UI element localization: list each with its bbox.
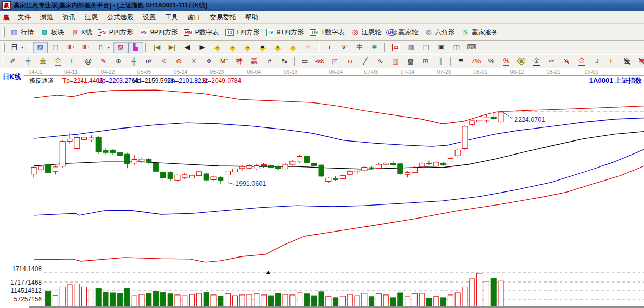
shen-angle-tool[interactable]: 神 — [635, 56, 644, 67]
gold-angle-tool[interactable]: 金 — [620, 56, 635, 67]
print-button[interactable]: ⌨ — [464, 42, 479, 53]
kline-chart[interactable]: 1714.140817177146811451431257257156 04-0… — [0, 68, 644, 308]
ruler-123-tool[interactable]: # — [262, 56, 277, 67]
compress-all-diamond[interactable]: ◆+ — [270, 42, 285, 53]
toolbar-grip[interactable] — [2, 43, 5, 51]
mirror-angle-tool[interactable]: ∢ — [156, 56, 171, 67]
profile-chart-button[interactable]: ▙ — [128, 42, 143, 53]
bars3-button[interactable]: Ⅲ3 — [63, 42, 78, 53]
menu-item-10[interactable]: 帮助 — [241, 12, 263, 23]
flame-pen-tool[interactable]: ✑ — [544, 56, 559, 67]
p-square-button[interactable]: PSP四方形 — [95, 27, 136, 38]
target-circle-tool[interactable]: ⊕ — [171, 56, 186, 67]
toolbar-grip[interactable] — [2, 27, 5, 37]
fan-lines-tool[interactable]: ⋘ — [312, 56, 327, 67]
period-selector[interactable]: 日▾ — [7, 42, 27, 53]
kline-button[interactable]: |‖K线 — [67, 27, 95, 38]
menu-item-5[interactable]: 公式选股 — [103, 12, 138, 23]
grid-overlay-button[interactable]: ▨ — [33, 42, 48, 53]
golden-grid-tool[interactable]: 金 — [35, 56, 50, 67]
menu-item-3[interactable]: 资讯 — [58, 12, 80, 23]
menu-item-2[interactable]: 浏览 — [35, 12, 58, 23]
p9-square-button[interactable]: P99P四方形 — [136, 27, 181, 38]
menu-item-1[interactable]: 文件 — [13, 12, 35, 23]
parallel-lines-tool[interactable]: ∥ — [433, 56, 448, 67]
shift-left-diamond[interactable]: ◆← — [210, 42, 225, 53]
n2-grid-tool[interactable]: n² — [141, 56, 156, 67]
compress-h-diamond[interactable]: ◆⇄ — [255, 42, 270, 53]
toolbar-grip[interactable] — [2, 57, 3, 65]
trend-tick-tool[interactable]: ╱ — [358, 56, 373, 67]
ruler-grid-tool[interactable]: ╫ — [126, 56, 141, 67]
quote-panel-button[interactable]: ▤ — [48, 42, 63, 53]
a-line-tool[interactable]: A — [559, 56, 574, 67]
winner-service-button[interactable]: $赢家服务 — [458, 27, 501, 38]
m-wave-tool[interactable]: M″ — [217, 56, 232, 67]
hexagon-button[interactable]: ◎六角形 — [421, 27, 458, 38]
winner-wheel-button[interactable]: Big赢家轮 — [384, 27, 421, 38]
prev-bar-button[interactable]: ◀ — [180, 42, 195, 53]
scale-steps-tool[interactable]: ≣ — [453, 56, 469, 67]
gold-red-line-tool[interactable]: 金 — [574, 56, 589, 67]
market-quotes-button[interactable]: ▦行情 — [7, 27, 37, 38]
expand-all-diamond[interactable]: ◆+ — [285, 42, 300, 53]
percent-tool[interactable]: % — [484, 56, 499, 67]
menu-item-8[interactable]: 窗口 — [183, 12, 205, 23]
spider-web-tool[interactable]: ✳ — [186, 56, 201, 67]
gold-line-tool[interactable]: 金 — [529, 56, 544, 67]
dark-grid-tool[interactable]: ▩ — [403, 56, 418, 67]
win-grid-tool[interactable]: 赢 — [247, 56, 262, 67]
gold-circle-tool[interactable]: 金 — [514, 56, 529, 67]
percent-line-tool[interactable]: % — [499, 56, 514, 67]
f-grid-tool[interactable]: F — [66, 56, 81, 67]
menu-item-9[interactable]: 交易委托 — [205, 12, 241, 23]
marker-tool[interactable]: ✎ — [96, 56, 111, 67]
chart-pane[interactable]: 1714.140817177146811451431257257156 04-0… — [0, 68, 644, 308]
bars9-button[interactable]: Ⅲ9 — [78, 42, 93, 53]
last-bar-button[interactable]: ▶| — [165, 42, 180, 53]
export-button[interactable]: ◫ — [449, 42, 464, 53]
angle-measure-button[interactable]: ∨° — [337, 42, 352, 53]
red-net-button[interactable]: ▨ — [113, 42, 128, 53]
sectors-button[interactable]: ▩板块 — [37, 27, 67, 38]
t-number-table-button[interactable]: TNT数字表 — [307, 27, 348, 38]
hand-tool-button[interactable]: ☝ — [300, 42, 315, 53]
title-bar[interactable]: 赢 赢家江恩专业版[赢家内部服务平台] - [上证指数 SH1A0001-111… — [0, 0, 644, 11]
menu-item-7[interactable]: 工具 — [160, 12, 183, 23]
t-square-button[interactable]: T3T四方形 — [222, 27, 262, 38]
shen-grid-tool[interactable]: 神 — [232, 56, 247, 67]
shift-right-diamond[interactable]: ◆→ — [225, 42, 240, 53]
menu-item-4[interactable]: 江恩 — [80, 12, 103, 23]
spiral-tool[interactable]: @ — [81, 56, 96, 67]
width-measure-tool[interactable]: ↹ — [277, 56, 292, 67]
web-grid-tool[interactable]: ❖ — [201, 56, 217, 67]
j-angle-tool[interactable]: J — [589, 56, 604, 67]
save-button[interactable]: ▣ — [434, 42, 449, 53]
zigzag-tool[interactable]: ∿ — [373, 56, 388, 67]
dot-grid-tool[interactable]: ⊞ — [418, 56, 433, 67]
calculator-button[interactable]: ▦ — [403, 42, 419, 53]
golden-grid2-tool[interactable]: 金 — [50, 56, 66, 67]
calendar-button[interactable]: 21 — [388, 42, 403, 53]
percent7-tool[interactable]: 7% — [469, 56, 484, 67]
select-rect-tool[interactable]: ▭ — [297, 56, 312, 67]
notes-button[interactable]: ▤ — [419, 42, 434, 53]
menu-item-6[interactable]: 设置 — [138, 12, 160, 23]
expand-h-diamond[interactable]: ◆↔ — [240, 42, 255, 53]
red-grid-tool[interactable]: ▦ — [388, 56, 403, 67]
crosshair-button[interactable]: + — [322, 42, 337, 53]
pen-tool[interactable]: ✐ — [5, 56, 20, 67]
gann-wheel-button[interactable]: ◎江恩轮 — [348, 27, 385, 38]
fan-box-tool[interactable]: ◸ — [327, 56, 343, 67]
next-bar-button[interactable]: ▶ — [195, 42, 210, 53]
price-grid-tool[interactable]: ╪ — [20, 56, 35, 67]
candle-style-button[interactable]: ▯▾ — [93, 42, 113, 53]
gann-circle-tool[interactable]: ⊕ — [111, 56, 126, 67]
f-angle-tool[interactable]: F — [604, 56, 620, 67]
t9-square-button[interactable]: T99T四方形 — [262, 27, 307, 38]
p-number-table-button[interactable]: PNP数字表 — [181, 27, 222, 38]
first-bar-button[interactable]: |◀ — [149, 42, 165, 53]
diagonal-box-tool[interactable]: ⧅ — [343, 56, 358, 67]
ribbon-button[interactable]: 中 — [352, 42, 367, 53]
brain-button[interactable]: ✱ — [367, 42, 382, 53]
